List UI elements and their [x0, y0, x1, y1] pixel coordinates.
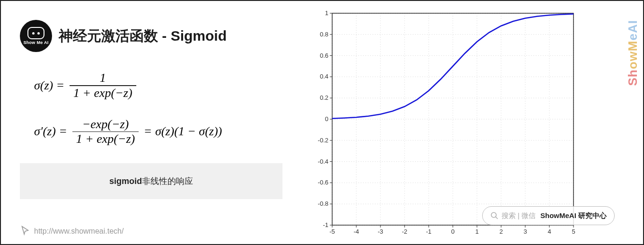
svg-text:-2: -2 — [402, 228, 407, 235]
search-pill[interactable]: 搜索 | 微信 ShowMeAI 研究中心 — [482, 206, 615, 225]
formula-sigmoid: σ(z) = 1 1 + exp(−z) — [34, 71, 299, 100]
formula-lhs: σ(z) — [34, 79, 53, 93]
svg-text:0: 0 — [451, 228, 454, 235]
caption-bold: sigmoid — [109, 176, 142, 186]
search-icon — [490, 211, 499, 220]
svg-text:0.6: 0.6 — [320, 52, 328, 59]
svg-text:2: 2 — [499, 228, 503, 235]
equals-sign: = — [57, 79, 64, 93]
fraction: −exp(−z) 1 + exp(−z) — [72, 117, 139, 147]
svg-text:-0.6: -0.6 — [318, 179, 328, 186]
sigmoid-chart: -5-4-3-2-1012345-1-0.8-0.6-0.4-0.200.20.… — [309, 8, 583, 235]
denominator: 1 + exp(−z) — [70, 86, 136, 100]
svg-text:0: 0 — [325, 115, 328, 122]
svg-text:-0.8: -0.8 — [318, 200, 328, 207]
logo-label: Show Me AI — [23, 40, 48, 45]
watermark-vertical: ShowMeAI — [626, 20, 640, 86]
svg-text:0.8: 0.8 — [320, 31, 328, 38]
numerator: 1 — [96, 71, 110, 85]
svg-text:0.2: 0.2 — [320, 94, 328, 101]
robot-face-icon — [27, 27, 44, 39]
equals-sign: = — [60, 124, 67, 139]
svg-text:4: 4 — [547, 228, 551, 235]
equals-sign: = — [144, 124, 151, 139]
showmeai-logo: Show Me AI — [20, 20, 52, 52]
svg-text:-5: -5 — [329, 228, 335, 235]
formula-rhs: σ(z)(1 − σ(z)) — [155, 124, 222, 139]
numerator: −exp(−z) — [79, 117, 133, 131]
cursor-icon — [20, 225, 30, 237]
svg-text:-0.2: -0.2 — [318, 137, 328, 144]
formula-block: σ(z) = 1 1 + exp(−z) σ′(z) = −exp(−z) 1 … — [20, 71, 299, 146]
title-row: Show Me AI 神经元激活函数 - Sigmoid — [20, 20, 299, 52]
svg-text:-4: -4 — [353, 228, 359, 235]
left-pane: Show Me AI 神经元激活函数 - Sigmoid σ(z) = 1 1 … — [1, 1, 299, 244]
svg-text:1: 1 — [325, 9, 328, 17]
svg-text:1: 1 — [475, 228, 478, 235]
formula-sigmoid-derivative: σ′(z) = −exp(−z) 1 + exp(−z) = σ(z)(1 − … — [34, 117, 299, 147]
caption-rest: 非线性的响应 — [142, 175, 193, 187]
formula-lhs: σ′(z) — [34, 124, 56, 139]
svg-text:0.4: 0.4 — [320, 73, 328, 80]
search-brand: ShowMeAI 研究中心 — [540, 211, 607, 220]
svg-text:-0.4: -0.4 — [318, 158, 328, 165]
svg-text:3: 3 — [523, 228, 527, 235]
svg-point-68 — [491, 212, 496, 218]
footer-url: http://www.showmeai.tech/ — [34, 227, 124, 236]
svg-text:-1: -1 — [426, 228, 432, 235]
svg-line-69 — [495, 217, 498, 219]
svg-text:-1: -1 — [323, 221, 328, 228]
page-title: 神经元激活函数 - Sigmoid — [59, 26, 227, 46]
fraction: 1 1 + exp(−z) — [70, 71, 136, 100]
svg-text:5: 5 — [572, 228, 575, 235]
search-hint: 搜索 | 微信 — [502, 211, 536, 220]
caption-box: sigmoid非线性的响应 — [20, 163, 282, 199]
denominator: 1 + exp(−z) — [72, 132, 139, 146]
footer-link[interactable]: http://www.showmeai.tech/ — [20, 225, 124, 237]
svg-text:-3: -3 — [378, 228, 383, 235]
